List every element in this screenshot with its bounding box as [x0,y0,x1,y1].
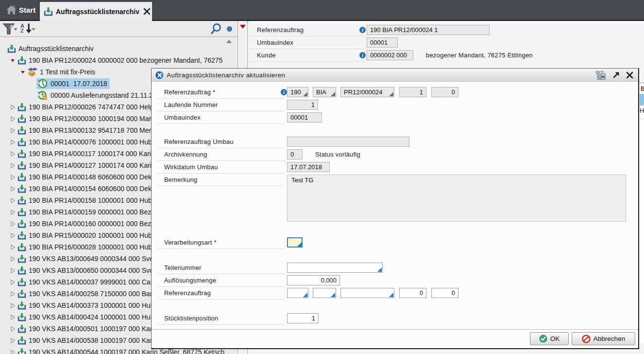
collapse-icon[interactable] [10,280,15,285]
info-icon[interactable]: i [359,27,366,33]
input-field[interactable]: 0 [431,288,458,298]
combo-field[interactable]: PR12/000024 [340,87,394,97]
version-clock-icon [37,78,48,89]
collapse-icon[interactable] [10,350,15,354]
bom-boxes-icon [28,67,37,77]
collapse-icon[interactable] [10,268,15,273]
tab-close-icon[interactable] [143,8,151,15]
ok-button[interactable]: OK [530,332,569,345]
info-icon[interactable]: i [359,52,366,58]
open-window-icon[interactable] [612,71,620,79]
field-label: Auflösungsmenge [164,275,216,285]
combo-corner-icon[interactable] [297,242,302,247]
combo-field[interactable]: 190 [287,87,308,97]
tab-active[interactable]: Auftragsstücklistenarchiv [40,2,152,21]
readonly-field[interactable]: 0000002 000 [367,50,413,60]
combo-field[interactable] [313,288,336,298]
readonly-field[interactable]: 17.07.2018 [287,162,330,172]
collapse-icon[interactable] [10,105,15,110]
collapse-icon[interactable] [10,221,15,227]
input-field[interactable]: 0,000 [287,275,340,285]
cancel-button[interactable]: Abbrechen [572,332,635,345]
collapse-icon[interactable] [10,116,15,122]
collapse-icon[interactable] [10,198,15,203]
collapse-icon[interactable] [10,151,15,157]
dialog-titlebar[interactable]: Auftragsstücklistenarchiv aktualisieren [152,69,638,82]
archive-icon [17,103,26,112]
combo-field[interactable] [287,263,383,273]
tree-item[interactable]: Auftragsstücklistenarchiv [0,43,237,54]
collapse-icon[interactable] [10,338,15,343]
collapse-icon[interactable] [10,163,15,168]
row-divider [157,111,285,111]
readonly-field[interactable]: 0 [287,149,303,159]
archive-icon [17,289,26,299]
field-label: Stücklistenposition [164,313,218,323]
readonly-field[interactable]: 0 [431,87,458,97]
combo-field[interactable]: BIA [313,87,336,97]
readonly-field[interactable] [287,137,409,147]
tab-bar: Start Auftragsstücklistenarchiv [0,0,644,21]
tree-item-selected[interactable]: 00001 17.07.2018 [36,78,110,89]
readonly-field[interactable]: 00001 [367,37,398,48]
combo-corner-icon[interactable] [303,293,307,297]
collapse-icon[interactable] [10,175,15,180]
combo-corner-icon[interactable] [377,267,382,272]
filter-caret-icon[interactable] [14,28,17,31]
row-divider [157,324,285,325]
row-divider [250,49,365,49]
combo-field[interactable] [340,288,394,298]
expanded-icon[interactable] [20,71,25,74]
combo-field[interactable] [287,288,308,298]
collapse-icon[interactable] [10,256,15,262]
combo-field[interactable] [287,237,303,248]
collapse-icon[interactable] [10,210,15,215]
tree-item-label: 190 VKS AB13/000650 0000344 000 Svenja [29,266,163,274]
search-icon[interactable] [211,23,222,35]
splitter-collapse-icon[interactable] [240,25,246,29]
archive-icon [17,196,26,205]
field-label: Verarbeitungsart * [164,237,217,248]
protocol-icon[interactable] [596,71,606,80]
collapse-icon[interactable] [10,233,15,238]
dialog-close-icon[interactable] [626,71,633,79]
collapse-icon[interactable] [10,315,15,320]
tree-item-label: 00001 17.07.2018 [51,80,107,88]
application-window: Start Auftragsstücklistenarchiv A [0,0,644,354]
ok-button-label: OK [550,335,560,342]
combo-corner-icon[interactable] [389,92,393,96]
remark-textarea[interactable]: Test TG [287,175,626,222]
sort-caret-icon[interactable] [32,28,35,31]
archive-icon [17,313,26,322]
field-label: Wirkdatum Umbau [164,162,218,172]
collapse-icon[interactable] [10,291,15,297]
collapse-icon[interactable] [10,326,15,332]
collapse-icon[interactable] [10,303,15,308]
combo-corner-icon[interactable] [331,293,335,297]
tree-item[interactable]: 190 BIA PR12/000024 0000002 000 bezogene… [0,54,237,66]
combo-corner-icon[interactable] [389,293,393,297]
archive-icon [17,301,26,310]
combo-corner-icon[interactable] [303,92,307,96]
archive-icon [17,219,26,229]
collapse-icon[interactable] [10,186,15,192]
row-divider [157,248,285,249]
collapse-icon[interactable] [10,140,15,145]
readonly-field[interactable]: 00001 [287,112,322,123]
archive-icon [17,138,26,147]
input-field[interactable]: 1 [287,313,319,323]
tree-item-label: 190 VKS AB14/000424 1000001 000 Hubert [29,313,162,321]
tab-start[interactable]: Start [0,0,39,19]
expanded-icon[interactable] [10,59,15,62]
input-field[interactable]: 0 [399,288,426,298]
tree-item-label: 190 BIA PR12/000030 1000194 000 Maiwa [29,115,159,123]
readonly-field[interactable]: 1 [399,87,426,97]
combo-corner-icon[interactable] [331,92,335,96]
collapse-icon[interactable] [10,245,15,250]
readonly-field[interactable]: 190 BIA PR12/000024 1 [367,25,490,35]
tree-item-label: 190 VKS AB14/000501 1000197 000 Karin [29,325,157,333]
info-icon[interactable]: i [281,89,287,95]
collapse-icon[interactable] [10,128,15,133]
background-grid: B Ha [640,83,644,343]
readonly-field[interactable]: 1 [287,100,318,110]
